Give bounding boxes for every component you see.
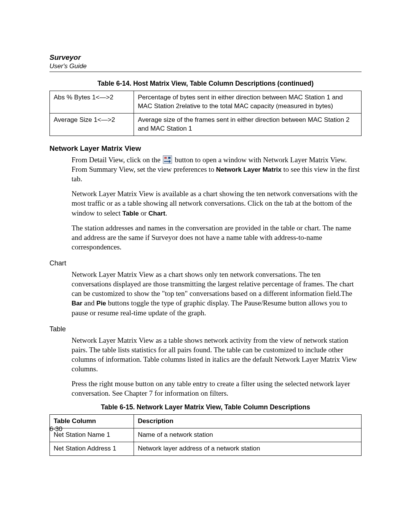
ui-label: Bar xyxy=(72,300,82,307)
table-6-15-caption: Table 6-15. Network Layer Matrix View, T… xyxy=(49,403,362,411)
table-6-14: Abs % Bytes 1<—>2 Percentage of bytes se… xyxy=(49,91,362,136)
table-row: Net Station Name 1 Name of a network sta… xyxy=(50,428,362,442)
header-rule xyxy=(49,72,362,72)
text: Network Layer Matrix View is available a… xyxy=(72,190,357,217)
text: or xyxy=(139,209,148,217)
text: and xyxy=(82,299,96,307)
ui-label: Network Layer Matrix xyxy=(216,166,282,173)
table-cell: Name of a network station xyxy=(134,428,362,442)
table-row: Net Station Address 1 Network layer addr… xyxy=(50,442,362,456)
table-cell: Percentage of bytes sent in either direc… xyxy=(134,91,362,113)
table-6-15: Table Column Description Net Station Nam… xyxy=(49,414,362,456)
table-cell: Average Size 1<—>2 xyxy=(50,113,134,136)
doc-title: Surveyor xyxy=(49,53,362,62)
text: From Detail View, click on the xyxy=(72,156,162,164)
table-header-cell: Description xyxy=(134,415,362,428)
table-cell: Abs % Bytes 1<—>2 xyxy=(50,91,134,113)
body-block: From Detail View, click on the button to… xyxy=(72,155,362,252)
table-cell: Net Station Address 1 xyxy=(50,442,134,456)
table-row: Abs % Bytes 1<—>2 Percentage of bytes se… xyxy=(50,91,362,113)
matrix-view-icon xyxy=(163,155,172,164)
paragraph: The station addresses and names in the c… xyxy=(72,223,362,252)
heading-table: Table xyxy=(49,325,362,333)
paragraph: From Detail View, click on the button to… xyxy=(72,155,362,184)
table-cell: Average size of the frames sent in eithe… xyxy=(134,113,362,136)
text: buttons toggle the type of graphic displ… xyxy=(72,299,347,316)
ui-label: Pie xyxy=(96,300,106,307)
body-block: Network Layer Matrix View as a chart sho… xyxy=(72,270,362,318)
table-6-14-caption: Table 6-14. Host Matrix View, Table Colu… xyxy=(49,80,362,88)
doc-subtitle: User's Guide xyxy=(49,62,362,70)
page: Surveyor User's Guide Table 6-14. Host M… xyxy=(0,0,411,532)
page-number: 6-30 xyxy=(49,425,62,433)
page-header: Surveyor User's Guide xyxy=(49,53,362,70)
paragraph: Press the right mouse button on any tabl… xyxy=(72,379,362,398)
table-cell: Network layer address of a network stati… xyxy=(134,442,362,456)
paragraph: Network Layer Matrix View as a chart sho… xyxy=(72,270,362,318)
ui-label: Chart xyxy=(148,210,165,217)
table-row: Average Size 1<—>2 Average size of the f… xyxy=(50,113,362,136)
table-header-row: Table Column Description xyxy=(50,415,362,428)
paragraph: Network Layer Matrix View as a table sho… xyxy=(72,335,362,374)
ui-label: Table xyxy=(123,210,139,217)
heading-chart: Chart xyxy=(49,259,362,267)
paragraph: Network Layer Matrix View is available a… xyxy=(72,189,362,218)
text: Network Layer Matrix View as a chart sho… xyxy=(72,270,354,297)
body-block: Network Layer Matrix View as a table sho… xyxy=(72,335,362,398)
heading-network-layer-matrix-view: Network Layer Matrix View xyxy=(49,144,362,153)
text: . xyxy=(165,209,167,217)
